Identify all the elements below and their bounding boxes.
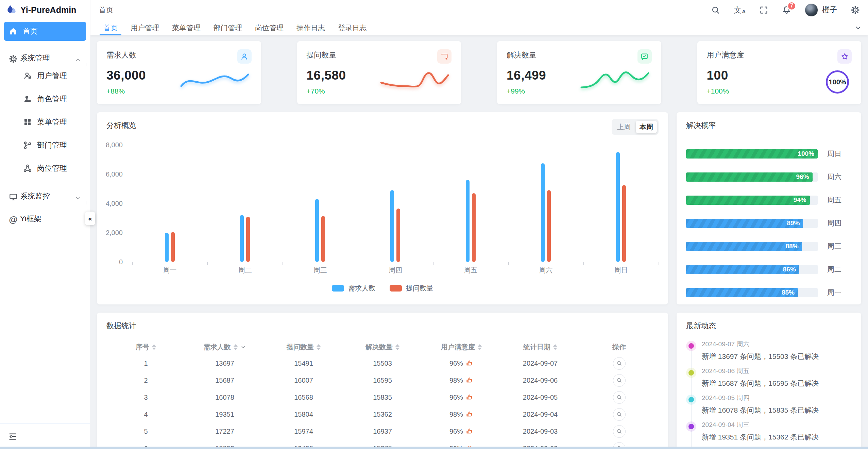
sidebar-item-岗位管理[interactable]: 岗位管理: [4, 158, 86, 179]
analysis-overview-card: 分析概览 上周本周 02,0004,0006,0008,000 周一周二周三周四…: [97, 112, 668, 304]
legend-label: 需求人数: [348, 284, 375, 293]
sidebar-group-Yi框架[interactable]: @ Yi框架: [4, 203, 86, 224]
sort-carets-icon[interactable]: [395, 344, 399, 350]
cell-satisfaction: 96%: [422, 360, 501, 367]
tab-操作日志[interactable]: 操作日志: [290, 20, 331, 35]
notification-badge: 7: [787, 1, 796, 11]
progress-day-label: 周四: [827, 218, 852, 228]
tab-菜单管理[interactable]: 菜单管理: [166, 20, 207, 35]
sort-carets-icon[interactable]: [152, 344, 156, 350]
thumb-up-icon: [466, 360, 473, 367]
gear-icon: [9, 54, 18, 63]
sort-carets-icon[interactable]: [478, 344, 482, 350]
translate-icon[interactable]: 文A: [734, 6, 746, 14]
settings-gear-icon[interactable]: [851, 5, 860, 15]
tab-用户管理[interactable]: 用户管理: [124, 20, 166, 35]
cell-solved: 15362: [343, 411, 422, 418]
tab-登录日志[interactable]: 登录日志: [331, 20, 373, 35]
at-icon: @: [9, 215, 18, 224]
toggle-本周[interactable]: 本周: [636, 121, 657, 133]
view-detail-button[interactable]: [613, 425, 626, 438]
app-logo[interactable]: Yi-PureAdmin: [0, 0, 90, 20]
menu-fold-icon[interactable]: [8, 432, 17, 441]
view-detail-button[interactable]: [613, 408, 626, 421]
search-icon[interactable]: [711, 5, 720, 15]
post-icon: [23, 164, 32, 173]
menu-grid-icon: [23, 118, 32, 127]
x-axis-label: 周二: [207, 266, 283, 275]
table-row: 2 15687 16007 16595 98% 2024-09-06: [106, 372, 659, 389]
sidebar-item-角色管理[interactable]: 角色管理: [4, 88, 86, 110]
tabs-more-button[interactable]: [848, 20, 868, 35]
progress-fill: 85%: [686, 288, 798, 297]
breadcrumb[interactable]: 首页: [99, 5, 113, 15]
cell-demand: 13697: [185, 360, 264, 367]
data-table: 序号需求人数提问数量解决数量用户满意度统计日期操作 1 13697 15491 …: [106, 339, 659, 449]
sidebar-item-部门管理[interactable]: 部门管理: [4, 135, 86, 156]
data-statistics-card: 数据统计 序号需求人数提问数量解决数量用户满意度统计日期操作 1 13697 1…: [97, 313, 668, 449]
bar-chart: 02,0004,0006,0008,000: [132, 145, 659, 262]
sparkline: [180, 65, 250, 92]
table-row: 4 19351 15804 15362 98% 2024-09-04: [106, 406, 659, 423]
sort-carets-icon[interactable]: [317, 344, 321, 350]
sidebar-item-菜单管理[interactable]: 菜单管理: [4, 112, 86, 133]
view-detail-button[interactable]: [613, 374, 626, 387]
cell-questions: 15491: [264, 360, 343, 367]
user-icon: [237, 49, 252, 64]
user-lock-icon: [23, 71, 32, 80]
chart-legend: 需求人数 提问数量: [106, 284, 659, 293]
tab-部门管理[interactable]: 部门管理: [207, 20, 249, 35]
sort-carets-icon[interactable]: [553, 344, 557, 350]
message-check-icon: [637, 49, 652, 64]
y-axis-tick: 4,000: [106, 200, 123, 207]
user-menu[interactable]: 橙子: [805, 3, 837, 17]
bar-提问数量-周一: [171, 232, 175, 262]
legend-label: 提问数量: [406, 284, 433, 293]
sidebar-collapse-button[interactable]: «: [85, 212, 95, 225]
table-title: 数据统计: [106, 321, 659, 331]
sort-carets-icon[interactable]: [234, 344, 238, 350]
sidebar-group-系统监控[interactable]: 系统监控: [4, 181, 86, 201]
progress-percent: 100%: [798, 150, 814, 157]
horizontal-scrollbar[interactable]: [0, 447, 868, 449]
cell-questions: 15974: [264, 428, 343, 435]
notifications-button[interactable]: 7: [782, 5, 791, 15]
progress-day-label: 周六: [827, 172, 852, 182]
bar-需求人数-周日: [616, 152, 620, 262]
view-detail-button[interactable]: [613, 391, 626, 404]
legend-item-需求人数[interactable]: 需求人数: [332, 284, 375, 293]
y-axis-tick: 0: [119, 258, 123, 266]
fullscreen-icon[interactable]: [759, 5, 768, 15]
stat-card-title: 用户满意度: [707, 50, 852, 60]
sidebar-group-系统管理[interactable]: 系统管理: [4, 43, 86, 63]
main-content: 需求人数 36,000 +88% 提问数量 16,580 +70% 解决数量 1…: [90, 35, 868, 449]
progress-track: 89%: [686, 219, 818, 228]
x-axis-label: 周一: [132, 266, 207, 275]
bar-groups: [132, 145, 659, 262]
cell-demand: 17227: [185, 428, 264, 435]
view-detail-button[interactable]: [613, 357, 626, 370]
probability-row-周三: 88% 周三: [686, 235, 852, 258]
tab-首页[interactable]: 首页: [97, 20, 124, 35]
tab-岗位管理[interactable]: 岗位管理: [249, 20, 290, 35]
table-body: 1 13697 15491 15503 96% 2024-09-07 2 156…: [106, 355, 659, 449]
column-header-序号: 序号: [106, 343, 185, 352]
sidebar-item-用户管理[interactable]: 用户管理: [4, 65, 86, 86]
bar-需求人数-周五: [466, 180, 470, 262]
bar-group-周一: [132, 145, 207, 262]
cell-no: 5: [106, 428, 185, 435]
stat-cards-row: 需求人数 36,000 +88% 提问数量 16,580 +70% 解决数量 1…: [97, 41, 861, 104]
legend-item-提问数量[interactable]: 提问数量: [390, 284, 433, 293]
sidebar-item-首页[interactable]: 首页: [4, 22, 86, 41]
sidebar-footer: [0, 423, 90, 449]
sidebar-item-label: 角色管理: [37, 94, 81, 104]
progress-percent: 88%: [786, 243, 799, 250]
probability-row-周五: 94% 周五: [686, 188, 852, 212]
timeline-date: 2024-09-06 周五: [702, 367, 852, 376]
thumb-up-icon: [466, 394, 473, 401]
sidebar-item-label: 部门管理: [37, 140, 81, 150]
bar-提问数量-周日: [622, 185, 626, 262]
cell-demand: 15687: [185, 377, 264, 384]
filter-chevron-icon[interactable]: [240, 344, 246, 350]
toggle-上周[interactable]: 上周: [613, 121, 634, 133]
